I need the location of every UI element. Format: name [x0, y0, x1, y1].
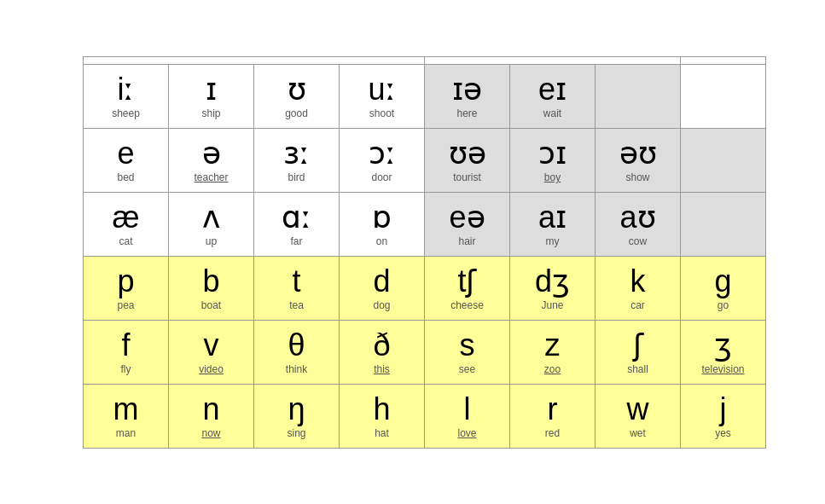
- consonant-row-2: mmannnowŋsinghhatlloverredwwetjyes: [84, 384, 766, 448]
- phonetics-chart: iːsheepɪshipʊgooduːshootɪəhereeɪwaitebed…: [59, 56, 766, 449]
- symbol: tʃ: [428, 264, 506, 298]
- vowel-cell-1-1: əteacher: [169, 128, 254, 192]
- word: yes: [684, 427, 762, 439]
- symbol: r: [514, 392, 591, 426]
- word: hair: [428, 235, 506, 247]
- symbol: ʒ: [684, 328, 762, 362]
- empty-header: [681, 56, 766, 64]
- symbol: ɔɪ: [514, 136, 591, 171]
- symbol: dʒ: [514, 264, 591, 298]
- symbol: ɒ: [343, 200, 421, 235]
- vowel-cell-1-2: ɜːbird: [254, 128, 340, 192]
- vowel-row-1: ebedəteacherɜːbirdɔːdoorʊətouristɔɪboyəʊ…: [84, 128, 766, 192]
- consonant-cell-1-6: ʃshall: [596, 320, 681, 384]
- word: far: [258, 235, 335, 247]
- word: this: [343, 363, 421, 375]
- symbol: ɑː: [258, 200, 335, 235]
- vowel-cell-1-4: ʊətourist: [425, 128, 510, 192]
- vowel-cell-2-6: aʊcow: [596, 192, 681, 256]
- vowel-cell-2-2: ɑːfar: [254, 192, 340, 256]
- symbol: θ: [258, 328, 335, 362]
- word: now: [172, 427, 250, 439]
- vowel-cell-2-3: ɒon: [340, 192, 425, 256]
- symbol: p: [87, 264, 165, 298]
- word: up: [172, 235, 250, 247]
- vowel-cell-2-0: æcat: [84, 192, 169, 256]
- symbol: v: [172, 328, 250, 362]
- word: cheese: [428, 299, 506, 311]
- vowel-cell-0-6: [596, 64, 681, 128]
- consonant-cell-1-0: ffly: [84, 320, 169, 384]
- symbol: ɔː: [343, 136, 421, 171]
- word: shoot: [343, 107, 421, 119]
- symbol: l: [428, 392, 506, 426]
- vowel-cell-1-6: əʊshow: [596, 128, 681, 192]
- symbol: ʊ: [258, 72, 335, 107]
- symbol: uː: [343, 72, 421, 107]
- symbol: æ: [87, 200, 165, 235]
- vowel-row-2: æcatʌupɑːfarɒoneəhairaɪmyaʊcow: [84, 192, 766, 256]
- symbol: əʊ: [599, 136, 677, 171]
- word: cow: [599, 235, 677, 247]
- consonant-cell-0-0: ppea: [84, 256, 169, 320]
- vowel-cell-0-2: ʊgood: [254, 64, 340, 128]
- word: hat: [343, 427, 421, 439]
- word: tourist: [428, 171, 506, 183]
- vowel-cell-0-3: uːshoot: [340, 64, 425, 128]
- consonant-cell-0-4: tʃcheese: [425, 256, 510, 320]
- vowel-cell-1-0: ebed: [84, 128, 169, 192]
- symbol: z: [514, 328, 591, 362]
- word: car: [599, 299, 677, 311]
- symbol: ŋ: [258, 392, 335, 426]
- symbol: b: [172, 264, 250, 298]
- word: shall: [599, 363, 677, 375]
- word: dog: [343, 299, 421, 311]
- consonant-cell-0-1: bboat: [169, 256, 254, 320]
- vowel-cell-2-5: aɪmy: [510, 192, 596, 256]
- symbol: ɪə: [428, 72, 506, 107]
- word: love: [428, 427, 506, 439]
- symbol: aʊ: [599, 200, 677, 235]
- symbol: f: [87, 328, 165, 362]
- consonant-cell-2-2: ŋsing: [254, 384, 340, 448]
- word: show: [599, 171, 677, 183]
- symbol: n: [172, 392, 250, 426]
- consonant-cell-2-3: hhat: [340, 384, 425, 448]
- consonant-cell-1-1: vvideo: [169, 320, 254, 384]
- word: man: [87, 427, 165, 439]
- symbol: ɜː: [258, 136, 335, 171]
- symbol: t: [258, 264, 335, 298]
- side-labels: [59, 56, 83, 449]
- word: sing: [258, 427, 335, 439]
- diphthongs-header: [425, 56, 681, 64]
- word: pea: [87, 299, 165, 311]
- word: red: [514, 427, 591, 439]
- consonant-row-0: ppeabboattteaddogtʃcheesedʒJunekcarggo: [84, 256, 766, 320]
- symbol: h: [343, 392, 421, 426]
- symbol: w: [599, 392, 677, 426]
- consonant-cell-0-2: ttea: [254, 256, 340, 320]
- word: boy: [514, 171, 591, 183]
- word: go: [684, 299, 762, 311]
- word: bird: [258, 171, 335, 183]
- symbol: ɪ: [172, 72, 250, 107]
- consonant-cell-1-2: θthink: [254, 320, 340, 384]
- consonant-cell-0-7: ggo: [681, 256, 766, 320]
- word: think: [258, 363, 335, 375]
- symbol: k: [599, 264, 677, 298]
- word: teacher: [172, 171, 250, 183]
- word: wait: [514, 107, 591, 119]
- symbol: e: [87, 136, 165, 171]
- consonant-cell-2-5: rred: [510, 384, 596, 448]
- symbol: g: [684, 264, 762, 298]
- vowel-cell-1-3: ɔːdoor: [340, 128, 425, 192]
- word: door: [343, 171, 421, 183]
- vowel-cell-2-1: ʌup: [169, 192, 254, 256]
- consonant-row-1: fflyvvideoθthinkðthissseezzooʃshallʒtele…: [84, 320, 766, 384]
- word: video: [172, 363, 250, 375]
- symbol: ə: [172, 136, 250, 171]
- word: tea: [258, 299, 335, 311]
- vowel-cell-1-5: ɔɪboy: [510, 128, 596, 192]
- vowel-cell-0-5: eɪwait: [510, 64, 596, 128]
- symbol: ð: [343, 328, 421, 362]
